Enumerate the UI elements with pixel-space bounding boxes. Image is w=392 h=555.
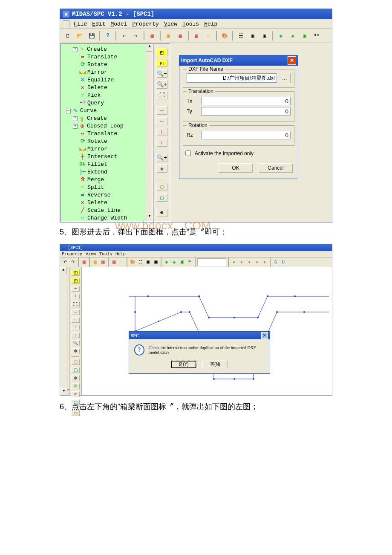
tool-d[interactable]: ◈: [276, 31, 286, 41]
help-button[interactable]: ?: [103, 31, 113, 41]
yes-button[interactable]: 是(Y): [171, 361, 196, 368]
browse-button[interactable]: …: [279, 73, 291, 83]
undo-button[interactable]: ↶: [119, 31, 129, 41]
pan-icon[interactable]: ✥: [71, 348, 80, 354]
menu-help[interactable]: Help: [204, 21, 217, 27]
redo-2[interactable]: ↷: [69, 259, 76, 266]
zoom-window2-icon[interactable]: ◰: [156, 59, 167, 67]
zoom-out-icon[interactable]: −: [71, 286, 80, 292]
tool-2f[interactable]: ▣: [179, 259, 185, 266]
sel-2b[interactable]: ♦: [238, 259, 245, 266]
display-button[interactable]: ▦: [147, 31, 157, 41]
menu-edit[interactable]: Edit: [92, 21, 105, 27]
tree-node-create[interactable]: +✎Create: [63, 46, 151, 53]
menubar-2[interactable]: Property View Tools Help: [60, 251, 332, 257]
view-tool-2-icon[interactable]: ▢: [156, 194, 167, 202]
tree-scrollbar[interactable]: ▲ ▼: [146, 44, 153, 221]
screen-btn-3[interactable]: ▣: [259, 31, 270, 41]
tree-node-curve-rotate[interactable]: ⟳Rotate: [63, 138, 151, 145]
close-icon[interactable]: ✕: [261, 332, 268, 339]
zoom-fit-icon[interactable]: ⛶: [156, 91, 167, 99]
screen-btn-1[interactable]: ☵: [236, 31, 246, 41]
menu-model[interactable]: Model: [110, 21, 127, 27]
scroll-up-icon[interactable]: ▲: [60, 267, 67, 274]
tree-node-intersect[interactable]: ┼Intersect: [63, 153, 151, 161]
vtool-delete[interactable]: ✕: [71, 391, 80, 397]
zoom-window-icon[interactable]: ◰: [71, 270, 80, 276]
vtool-c[interactable]: ⊕: [71, 375, 80, 381]
tool-2a[interactable]: ▦: [110, 259, 117, 266]
disp-2[interactable]: ▦: [81, 259, 87, 266]
menu-property[interactable]: Property: [132, 21, 159, 27]
zoom-in-icon[interactable]: 🔍+: [156, 80, 167, 88]
tool-c[interactable]: 🎨: [219, 31, 230, 41]
view-tool-1-icon[interactable]: ▢: [156, 183, 167, 191]
scroll-down-icon[interactable]: ▼: [60, 388, 68, 395]
zoom-window-icon[interactable]: ◰: [156, 48, 167, 56]
model-tree[interactable]: +✎Create ⇔Translate ⟳Rotate ◣◢Mirror ⤪Eq…: [61, 44, 153, 222]
tree-node-closed-loop[interactable]: +◎Closed Loop: [63, 122, 151, 130]
expander-icon[interactable]: +: [73, 47, 78, 52]
tool-2e[interactable]: ◈: [171, 259, 178, 266]
save-button[interactable]: 💾: [86, 31, 97, 41]
undo-2[interactable]: ↶: [62, 259, 69, 266]
arrow-up-icon[interactable]: ↑: [156, 128, 167, 136]
tool-e[interactable]: ◈: [288, 31, 298, 41]
sel-2d[interactable]: ♦: [254, 259, 260, 266]
new-button[interactable]: 🗋: [63, 31, 73, 41]
grpG[interactable]: G: [272, 259, 279, 266]
arrow-left-icon[interactable]: ←: [156, 117, 167, 125]
tree-node-merge[interactable]: ⤊Merge: [63, 176, 151, 184]
view-tool-3-icon[interactable]: ⊕: [156, 209, 167, 217]
grpU[interactable]: U: [280, 259, 287, 266]
tree-node-mirror[interactable]: ◣◢Mirror: [63, 69, 151, 76]
tree-node-equalize[interactable]: ⤪Equalize: [63, 76, 151, 84]
tree-node-scale-line[interactable]: ╱Scale Line: [63, 207, 151, 214]
tree-node-split[interactable]: ✂Split: [63, 184, 151, 191]
scr-2a[interactable]: ☵: [137, 259, 144, 266]
zoom-window2-icon[interactable]: ◰: [71, 278, 80, 284]
tree-node-delete[interactable]: ✕Delete: [63, 84, 151, 92]
grid-button[interactable]: ▦: [163, 31, 173, 41]
arrow-right-icon[interactable]: →: [156, 106, 167, 114]
zoom-in-icon[interactable]: +: [71, 294, 80, 299]
scroll-up-icon[interactable]: ▲: [146, 44, 153, 52]
vtool-b[interactable]: ▢: [71, 367, 80, 373]
window-menu-icon[interactable]: [63, 20, 69, 27]
menu-file[interactable]: File: [74, 21, 87, 27]
arrow-up-icon[interactable]: ↑: [71, 325, 80, 330]
left-scrollbar[interactable]: ▲ ▼: [60, 267, 67, 395]
tree-node-rotate[interactable]: ⟳Rotate: [63, 61, 151, 69]
zoom-fit-icon[interactable]: ⛶: [71, 301, 80, 307]
menu-tools-2[interactable]: Tools: [99, 252, 112, 257]
arrow-down-icon[interactable]: ↓: [71, 332, 80, 338]
scroll-down-icon[interactable]: ▼: [146, 214, 153, 221]
tool-2d[interactable]: ◈: [163, 259, 170, 266]
expander-icon[interactable]: +: [73, 116, 78, 121]
tx-input[interactable]: [201, 97, 291, 105]
tree-node-curve-mirror[interactable]: ◣◢Mirror: [63, 145, 151, 153]
dxf-file-input[interactable]: [187, 73, 277, 83]
grid-2b[interactable]: ▦: [99, 259, 106, 266]
zoom-out-icon[interactable]: 🔍−: [156, 69, 167, 78]
scr-2c[interactable]: ▣: [152, 259, 159, 266]
no-button[interactable]: 否(N): [202, 361, 228, 368]
vtool-a[interactable]: ▢: [71, 359, 80, 365]
tree-node-curve-create[interactable]: +╗Create: [63, 115, 151, 122]
tool-2g[interactable]: ᵈᵉ: [186, 259, 193, 266]
tree-node-curve-translate[interactable]: ⇔Translate: [63, 130, 151, 138]
dropdown[interactable]: [197, 258, 226, 266]
expander-icon[interactable]: +: [73, 124, 78, 129]
menu-property-2[interactable]: Property: [62, 252, 82, 257]
close-icon[interactable]: ✕: [288, 56, 296, 65]
tool-g[interactable]: ᵈᵉ: [311, 31, 322, 41]
drawing-canvas[interactable]: SPC ✕ ? Check the intersection and/or du…: [82, 267, 332, 395]
tool-2b[interactable]: ⛬: [118, 259, 125, 266]
activate-row[interactable]: Activate the imported only: [184, 149, 294, 157]
grid2-button[interactable]: ▦: [175, 31, 185, 41]
ty-input[interactable]: [201, 107, 291, 116]
zoom-dynamic-icon[interactable]: 🔍+: [156, 154, 167, 162]
tree-node-change-width[interactable]: ↔Change Width: [63, 214, 151, 222]
arrow-right-icon[interactable]: →: [71, 309, 80, 315]
activate-checkbox[interactable]: [185, 150, 191, 156]
